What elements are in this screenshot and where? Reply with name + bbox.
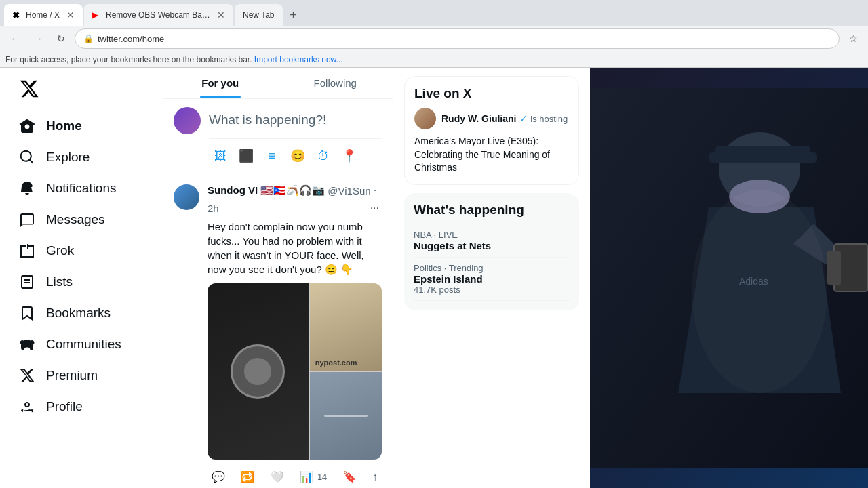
bookmark-page-button[interactable]: ☆ (844, 29, 863, 48)
sidebar-item-notifications[interactable]: Notifications (11, 174, 152, 203)
tweet-1-handle: @Vi1Sun (328, 185, 370, 197)
compose-input-area: What is happening?! 🖼 ⬛ ≡ 😊 ⏱ 📍 (209, 107, 382, 167)
sidebar-item-grok[interactable]: Grok (11, 236, 152, 266)
trend-epstein[interactable]: Politics · Trending Epstein Island 41.7K… (414, 258, 570, 301)
browser-chrome: ✖ Home / X ✕ ▶ Remove OBS Webcam Backgro… (0, 0, 868, 68)
sidebar-item-premium[interactable]: Premium (11, 361, 152, 390)
live-host-details: Rudy W. Giuliani ✓ is hosting (441, 113, 568, 125)
tweet-1-retweet[interactable]: 🔁 (237, 466, 258, 487)
tweet-image-bottom (310, 372, 382, 460)
reload-button[interactable]: ↻ (52, 29, 71, 48)
trend-nba-name: Nuggets at Nets (414, 240, 570, 251)
feed-area: For you Following What is happening?! 🖼 … (163, 68, 393, 488)
tab-favicon-yt: ▶ (92, 10, 102, 20)
verified-badge: ✓ (519, 113, 528, 124)
sidebar-item-home[interactable]: Home (11, 111, 152, 141)
tweet-image-top: nypost.com (310, 283, 382, 371)
live-on-x-section: Live on X Rudy W. Giuliani ✓ is hosting … (404, 76, 579, 185)
compose-placeholder[interactable]: What is happening?! (209, 107, 382, 133)
trend-epstein-name: Epstein Island (414, 273, 570, 285)
right-panel: Live on X Rudy W. Giuliani ✓ is hosting … (393, 68, 590, 488)
compose-tool-image[interactable]: 🖼 (209, 144, 232, 167)
tweet-1-content: Sundog VI 🇺🇸🇵🇷🪃🎧📷 @Vi1Sun · 2h ··· Hey d… (208, 184, 382, 487)
explore-icon (19, 149, 35, 165)
bookmark-icon: 🔖 (343, 470, 357, 483)
tweet-1-more[interactable]: ··· (368, 199, 382, 217)
tab-following[interactable]: Following (278, 68, 393, 98)
new-tab-button[interactable]: + (284, 5, 303, 24)
sidebar-label-explore: Explore (46, 150, 90, 165)
compose-tool-schedule[interactable]: ⏱ (312, 144, 335, 167)
tweet-1[interactable]: Sundog VI 🇺🇸🇵🇷🪃🎧📷 @Vi1Sun · 2h ··· Hey d… (163, 176, 393, 488)
tab-close-yt[interactable]: ✕ (217, 9, 225, 20)
tweet-1-views[interactable]: 📊 14 (296, 466, 331, 487)
reply-icon: 💬 (212, 470, 225, 483)
profile-icon (19, 399, 35, 415)
import-bookmarks-link[interactable]: Import bookmarks now... (254, 55, 343, 64)
sidebar-label-home: Home (46, 119, 82, 134)
tweet-1-avatar (174, 184, 199, 210)
sidebar-item-lists[interactable]: Lists (11, 267, 152, 297)
notifications-icon (19, 180, 35, 197)
sidebar-label-messages: Messages (46, 212, 105, 227)
compose-tool-location[interactable]: 📍 (338, 144, 361, 167)
compose-tool-poll[interactable]: ≡ (260, 144, 283, 167)
sidebar-item-explore[interactable]: Explore (11, 142, 152, 172)
tweet-1-reply[interactable]: 💬 (208, 466, 229, 487)
sidebar-item-bookmarks[interactable]: Bookmarks (11, 298, 152, 328)
sidebar-label-notifications: Notifications (46, 181, 117, 196)
tweet-1-views-count: 14 (317, 472, 327, 482)
tweet-1-image: nypost.com (208, 283, 382, 460)
yt-video-visual: Adidas (590, 88, 868, 468)
svg-rect-5 (827, 251, 841, 285)
sidebar-label-grok: Grok (46, 243, 74, 258)
tweet-1-bookmark[interactable]: 🔖 (339, 466, 361, 487)
tab-close-x[interactable]: ✕ (66, 9, 75, 20)
grok-icon (19, 243, 35, 259)
compose-area: What is happening?! 🖼 ⬛ ≡ 😊 ⏱ 📍 (163, 99, 393, 176)
tweet-image-grid: nypost.com (208, 283, 382, 460)
whats-happening-section: What's happening NBA · LIVE Nuggets at N… (404, 193, 579, 310)
like-icon: 🤍 (271, 470, 284, 483)
sidebar-item-messages[interactable]: Messages (11, 205, 152, 235)
address-bar: ← → ↻ 🔒 twitter.com/home ☆ (0, 26, 868, 52)
sidebar-item-profile[interactable]: Profile (11, 392, 152, 422)
live-host-avatar (414, 108, 436, 129)
tweet-1-header: Sundog VI 🇺🇸🇵🇷🪃🎧📷 @Vi1Sun · 2h ··· (208, 184, 382, 217)
yt-video-panel: Adidas (590, 68, 868, 488)
trend-epstein-count: 41.7K posts (414, 285, 570, 295)
live-host-name: Rudy W. Giuliani (441, 113, 516, 124)
url-bar[interactable]: 🔒 twitter.com/home (75, 28, 840, 49)
tweet-image-main (208, 283, 309, 460)
sidebar: Home Explore Notifications Messages Grok (0, 68, 163, 488)
forward-button[interactable]: → (28, 29, 47, 48)
compose-toolbar: 🖼 ⬛ ≡ 😊 ⏱ 📍 (209, 138, 382, 167)
premium-icon (19, 367, 35, 384)
trend-nba[interactable]: NBA · LIVE Nuggets at Nets (414, 224, 570, 258)
back-button[interactable]: ← (5, 29, 24, 48)
sidebar-label-lists: Lists (46, 274, 73, 289)
tweet-1-share[interactable]: ↑ (368, 466, 382, 487)
tab-new[interactable]: New Tab (235, 4, 282, 26)
tab-for-you[interactable]: For you (163, 68, 278, 98)
tweet-image-secondary: nypost.com (310, 283, 382, 460)
tab-favicon-x: ✖ (12, 10, 22, 20)
tab-x[interactable]: ✖ Home / X ✕ (4, 4, 83, 26)
tab-title-new: New Tab (243, 10, 274, 20)
tab-title-x: Home / X (26, 10, 60, 20)
sidebar-item-communities[interactable]: Communities (11, 329, 152, 359)
sidebar-label-bookmarks: Bookmarks (46, 306, 111, 321)
compose-tool-gif[interactable]: ⬛ (235, 144, 258, 167)
tab-yt[interactable]: ▶ Remove OBS Webcam Background W... ✕ (84, 4, 233, 26)
lists-icon (19, 274, 35, 290)
live-event-title: America's Mayor Live (E305): Celebrating… (414, 135, 569, 175)
communities-icon (19, 336, 35, 352)
tweet-1-dot: · (374, 184, 376, 197)
live-on-x-title: Live on X (414, 86, 569, 101)
sidebar-logo[interactable] (11, 73, 152, 107)
tweet-1-like[interactable]: 🤍 (267, 466, 288, 487)
compose-tool-emoji[interactable]: 😊 (286, 144, 309, 167)
tweet-1-actions: 💬 🔁 🤍 📊 14 🔖 (208, 466, 382, 487)
sidebar-label-profile: Profile (46, 399, 83, 414)
share-icon: ↑ (372, 471, 378, 483)
